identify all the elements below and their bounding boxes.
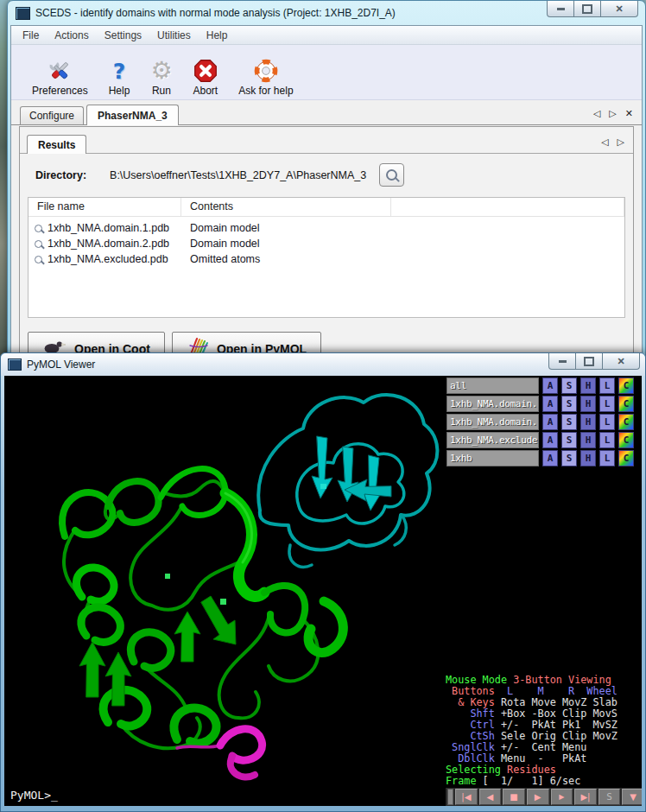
panel-s-button[interactable]: S <box>561 377 577 394</box>
tool-label: Ask for help <box>238 85 293 97</box>
desktop: SCEDS - identify domains with normal mod… <box>0 0 646 812</box>
tab-close-icon[interactable]: ✕ <box>625 108 633 119</box>
run-button[interactable]: ⚙ Run <box>140 54 182 97</box>
object-row: allASHLC <box>446 377 642 394</box>
magnifier-icon <box>386 169 397 181</box>
forward-button[interactable]: ▶ <box>551 789 573 805</box>
object-name[interactable]: 1xhb_NMA.domain. <box>446 414 539 430</box>
panel-s-button[interactable]: S <box>561 396 577 412</box>
panel-h-button[interactable]: H <box>580 377 596 394</box>
column-header-file-name[interactable]: File name <box>28 198 181 216</box>
panel-c-button[interactable]: C <box>618 450 634 466</box>
help-button[interactable]: ? Help <box>98 54 141 97</box>
play-button[interactable]: ▶ <box>527 789 549 805</box>
sceds-window-controls: ✕ <box>548 1 638 17</box>
panel-c-button[interactable]: C <box>618 377 634 394</box>
panel-a-button[interactable]: A <box>542 432 558 448</box>
vcr-buttons: |◀◀■▶▶▶|S▼ <box>455 789 642 805</box>
panel-c-button[interactable]: C <box>618 396 634 412</box>
lifebuoy-icon <box>254 57 278 85</box>
panel-a-button[interactable]: A <box>542 450 558 466</box>
down-button[interactable]: ▼ <box>622 789 642 805</box>
panel-h-button[interactable]: H <box>580 396 596 412</box>
panel-h-button[interactable]: H <box>580 450 596 466</box>
menu-item-help[interactable]: Help <box>199 27 236 44</box>
pymol-command-prompt[interactable]: PyMOL>_ <box>10 789 58 802</box>
object-name[interactable]: 1xhb <box>446 450 539 466</box>
abort-icon <box>193 57 218 85</box>
panel-s-button[interactable]: S <box>561 414 577 430</box>
results-page: Directory: B:\Users\oeffner\Tests\1XHB_2… <box>20 154 633 357</box>
panel-c-button[interactable]: C <box>618 432 634 448</box>
tab-prev-icon[interactable]: ◁ <box>593 108 600 119</box>
tab-nav: ◁ ▷ ✕ <box>593 108 633 119</box>
tab-results[interactable]: Results <box>27 135 86 154</box>
panel-l-button[interactable]: L <box>599 450 615 466</box>
skip-to-start-button[interactable]: |◀ <box>455 789 478 805</box>
tab-phasernma-3[interactable]: PhaserNMA_3 <box>86 105 179 125</box>
stop-button[interactable]: ■ <box>503 789 525 805</box>
panel-s-button[interactable]: S <box>561 432 577 448</box>
minimize-button[interactable] <box>547 1 574 17</box>
tab-next-icon[interactable]: ▷ <box>618 136 624 148</box>
maximize-button[interactable] <box>573 1 601 17</box>
directory-value: B:\Users\oeffner\Tests\1XHB_2DY7_A\Phase… <box>110 169 366 181</box>
panel-a-button[interactable]: A <box>542 377 558 394</box>
inner-tab-nav: ◁ ▷ <box>601 136 624 148</box>
maximize-button[interactable] <box>575 353 603 370</box>
menu-item-settings[interactable]: Settings <box>97 27 149 44</box>
tool-label: Run <box>152 85 171 97</box>
tab-configure[interactable]: Configure <box>20 106 84 124</box>
object-row: 1xhb_NMA.excludeASHLC <box>446 432 642 448</box>
menu-item-file[interactable]: File <box>15 27 47 44</box>
tool-label: Abort <box>193 85 218 97</box>
pymol-app-icon <box>8 358 22 371</box>
object-name[interactable]: all <box>446 377 539 394</box>
menu-item-actions[interactable]: Actions <box>47 27 96 44</box>
pymol-window-title: PyMOL Viewer <box>27 358 95 371</box>
tool-label: Preferences <box>32 85 88 97</box>
file-name: 1xhb_NMA.domain.1.pdb <box>48 222 169 234</box>
tools-icon <box>47 57 73 85</box>
maximize-icon <box>582 4 592 14</box>
s-button[interactable]: S <box>598 789 621 805</box>
panel-l-button[interactable]: L <box>599 377 615 394</box>
panel-a-button[interactable]: A <box>542 414 558 430</box>
panel-l-button[interactable]: L <box>599 432 615 448</box>
panel-l-button[interactable]: L <box>599 414 615 430</box>
skip-to-end-button[interactable]: ▶| <box>574 789 597 805</box>
panel-s-button[interactable]: S <box>561 450 577 466</box>
pymol-window: PyMOL Viewer ✕ <box>0 352 646 812</box>
menu-item-utilities[interactable]: Utilities <box>149 27 199 44</box>
table-row[interactable]: 1xhb_NMA.excluded.pdbOmitted atoms <box>28 251 624 267</box>
preferences-button[interactable]: Preferences <box>22 54 98 97</box>
object-name[interactable]: 1xhb_NMA.exclude <box>446 432 539 448</box>
object-name[interactable]: 1xhb_NMA.domain. <box>446 396 539 412</box>
panel-a-button[interactable]: A <box>542 396 558 412</box>
ask-for-help-button[interactable]: Ask for help <box>228 54 303 97</box>
panel-c-button[interactable]: C <box>618 414 634 430</box>
panel-h-button[interactable]: H <box>580 414 596 430</box>
step-back-button[interactable]: ◀ <box>479 789 502 805</box>
pymol-window-controls: ✕ <box>549 353 640 370</box>
abort-button[interactable]: Abort <box>183 54 229 97</box>
panel-handle[interactable] <box>447 789 453 805</box>
panel-h-button[interactable]: H <box>580 432 596 448</box>
file-name: 1xhb_NMA.excluded.pdb <box>48 253 168 265</box>
table-row[interactable]: 1xhb_NMA.domain.2.pdbDomain model <box>28 236 624 251</box>
close-button[interactable]: ✕ <box>600 1 638 17</box>
tab-next-icon[interactable]: ▷ <box>609 108 616 119</box>
pymol-viewport[interactable]: allASHLC1xhb_NMA.domain.ASHLC1xhb_NMA.do… <box>4 376 642 806</box>
tab-prev-icon[interactable]: ◁ <box>601 136 608 148</box>
maximize-icon <box>584 357 594 366</box>
table-row[interactable]: 1xhb_NMA.domain.1.pdbDomain model <box>28 220 624 236</box>
minimize-button[interactable] <box>548 353 576 370</box>
question-icon: ? <box>113 57 126 85</box>
file-contents: Domain model <box>181 222 391 234</box>
magnifier-icon <box>35 225 42 232</box>
column-header-contents[interactable]: Contents <box>181 198 391 216</box>
browse-directory-button[interactable] <box>379 163 404 187</box>
app-icon <box>16 7 30 20</box>
close-button[interactable]: ✕ <box>602 353 640 370</box>
panel-l-button[interactable]: L <box>599 396 615 412</box>
